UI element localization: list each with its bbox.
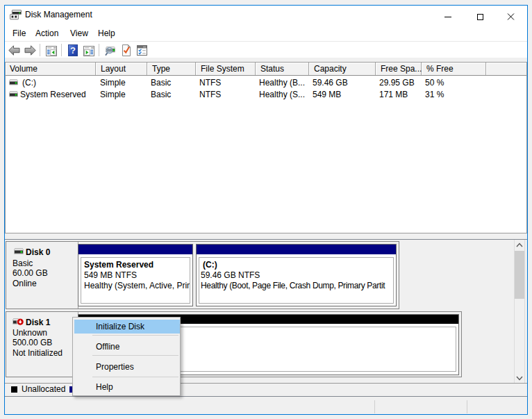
svg-text:?: ? xyxy=(70,45,76,56)
